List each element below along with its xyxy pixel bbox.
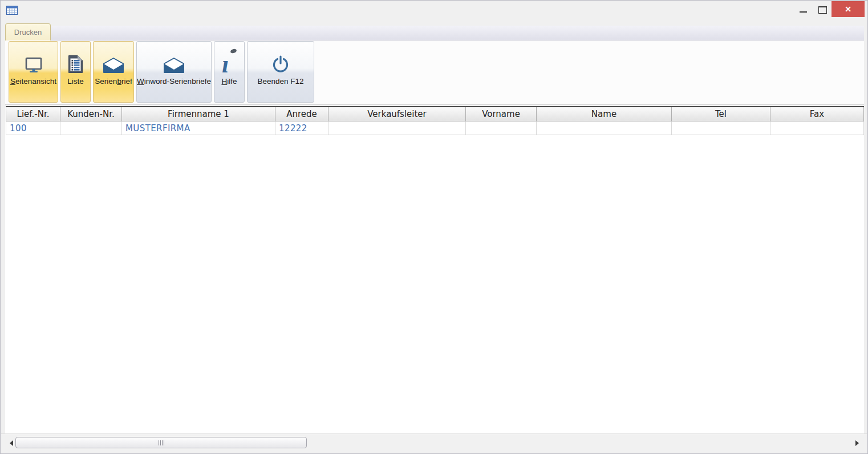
title-bar: ✕ [1,1,867,22]
tab-drucken[interactable]: Drucken [5,23,51,40]
scroll-right-button[interactable] [854,439,861,447]
close-button[interactable]: ✕ [832,1,865,17]
scroll-left-button[interactable] [8,439,15,447]
column-header-firmenname1[interactable]: Firmenname 1 [122,107,275,121]
toolbar-button-seitenansicht[interactable]: Seitenansicht [9,41,58,103]
cell-lief-nr[interactable]: 100 [6,121,60,135]
scrollbar-grip-icon [159,440,164,445]
cell-fax[interactable] [770,121,864,135]
cell-firmenname1[interactable]: MUSTERFIRMA [122,121,275,135]
power-icon [272,42,289,74]
toolbar-button-winword-serienbriefe[interactable]: Winword-Serienbriefe [136,41,212,103]
tab-strip: Drucken [5,23,864,40]
app-table-icon[interactable] [6,6,18,15]
cell-vorname[interactable] [466,121,537,135]
monitor-icon [24,42,43,74]
tab-label: Drucken [14,28,42,37]
toolbar-button-liste[interactable]: Liste [60,41,91,103]
cell-verkaufsleiter[interactable] [328,121,466,135]
toolbar-button-hilfe[interactable]: ı Hilfe [214,41,245,103]
scroll-right-icon [855,440,859,446]
info-icon: ı [222,42,237,74]
close-icon: ✕ [845,5,851,14]
maximize-button[interactable] [815,3,830,17]
scroll-left-icon [10,440,13,446]
application-window: ✕ Drucken Seitenansicht [0,0,868,454]
column-header-lief-nr[interactable]: Lief.-Nr. [6,107,60,121]
table-row[interactable]: 100 MUSTERFIRMA 12222 [6,121,864,135]
cell-tel[interactable] [672,121,770,135]
grid-header-row: Lief.-Nr. Kunden-Nr. Firmenname 1 Anrede… [6,107,864,121]
column-header-vorname[interactable]: Vorname [466,107,537,121]
cell-anrede[interactable]: 12222 [275,121,328,135]
toolbar-button-label: Serienbrief [94,77,133,86]
cell-kunden-nr[interactable] [60,121,122,135]
cell-name[interactable] [537,121,672,135]
toolbar-button-label: Liste [66,77,85,86]
column-header-anrede[interactable]: Anrede [275,107,328,121]
column-header-tel[interactable]: Tel [672,107,770,121]
column-header-verkaufsleiter[interactable]: Verkaufsleiter [328,107,466,121]
toolbar-button-beenden[interactable]: Beenden F12 [247,41,314,103]
toolbar-button-label: Winword-Serienbriefe [136,77,212,86]
toolbar-button-label: Seitenansicht [9,77,58,86]
scrollbar-thumb[interactable] [15,437,307,448]
toolbar-button-label: Beenden F12 [256,77,305,86]
column-header-fax[interactable]: Fax [770,107,864,121]
list-document-icon [68,42,83,74]
open-envelope-icon [103,42,124,74]
ribbon-toolbar: Seitenansicht Liste [5,40,864,105]
column-header-name[interactable]: Name [537,107,672,121]
minimize-icon [800,11,807,13]
toolbar-button-label: Hilfe [220,77,238,86]
horizontal-scrollbar[interactable] [1,433,867,453]
column-header-kunden-nr[interactable]: Kunden-Nr. [60,107,122,121]
data-grid: Lief.-Nr. Kunden-Nr. Firmenname 1 Anrede… [6,106,864,135]
content-area [5,106,864,435]
toolbar-button-serienbrief[interactable]: Serienbrief [93,41,134,103]
open-envelope-icon [163,42,185,74]
minimize-button[interactable] [796,3,810,17]
maximize-icon [818,6,827,14]
tab-strip-background [51,26,864,40]
